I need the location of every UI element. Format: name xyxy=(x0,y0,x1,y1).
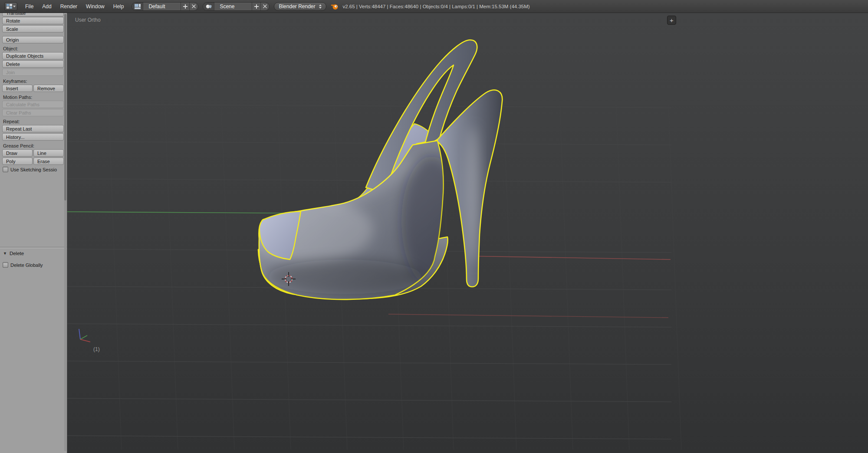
menu-file[interactable]: File xyxy=(22,2,37,11)
checkbox-box[interactable] xyxy=(3,167,8,172)
section-label-grease-pencil: Grease Pencil: xyxy=(3,143,64,148)
shoe-model[interactable] xyxy=(243,40,502,299)
scene-name[interactable]: Scene xyxy=(214,3,252,10)
clipped-row: Translate xyxy=(2,13,64,17)
tool-origin-button[interactable]: Origin xyxy=(2,36,64,43)
layout-name[interactable]: Default xyxy=(143,3,181,10)
editor-type-selector[interactable] xyxy=(4,2,17,11)
use-sketching-checkbox[interactable]: Use Sketching Sessio xyxy=(3,167,64,172)
collapse-triangle-icon: ▼ xyxy=(3,251,7,256)
tool-rotate-button[interactable]: Rotate xyxy=(2,17,64,24)
grease-erase-button[interactable]: Erase xyxy=(33,158,64,165)
menu-bar: File Add Render Window Help xyxy=(22,2,127,11)
viewport-3d[interactable]: User Ortho (1) + xyxy=(67,13,868,453)
menu-add[interactable]: Add xyxy=(39,2,55,11)
info-editor-icon xyxy=(7,4,12,9)
section-label-keyframes: Keyframes: xyxy=(3,79,64,84)
checkbox-label: Use Sketching Sessio xyxy=(10,167,57,172)
render-engine-value: Blender Render xyxy=(279,3,315,10)
grease-poly-button[interactable]: Poly xyxy=(2,158,33,165)
view-mode-label: User Ortho xyxy=(75,17,101,23)
blender-window: File Add Render Window Help Default Scen… xyxy=(0,0,868,453)
insert-keyframe-button[interactable]: Insert xyxy=(2,85,33,92)
info-header: File Add Render Window Help Default Scen… xyxy=(0,0,868,13)
shelf-scrollbar[interactable] xyxy=(64,14,66,451)
redo-panel-header[interactable]: ▼ Delete xyxy=(2,250,64,257)
shelf-scrollbar-thumb[interactable] xyxy=(64,14,66,200)
viewport-canvas[interactable] xyxy=(67,13,868,453)
menu-render[interactable]: Render xyxy=(57,2,81,11)
section-label-object: Object: xyxy=(3,46,64,51)
add-scene-button[interactable] xyxy=(252,3,260,10)
blender-logo-icon xyxy=(331,3,339,10)
x-axis-line xyxy=(467,256,671,259)
updown-arrows-icon xyxy=(319,4,322,9)
remove-keyframe-button[interactable]: Remove xyxy=(33,85,64,92)
history-button[interactable]: History... xyxy=(2,133,64,141)
tool-translate-button[interactable]: Translate xyxy=(2,13,64,16)
scene-statistics: v2.65 | Verts:48447 | Faces:48640 | Obje… xyxy=(343,4,530,9)
delete-globally-checkbox[interactable]: Delete Globally xyxy=(3,262,64,268)
menu-help[interactable]: Help xyxy=(110,2,128,11)
checkbox-label: Delete Globally xyxy=(10,263,43,268)
redo-panel-title: Delete xyxy=(10,251,24,256)
x-axis-line-2 xyxy=(388,314,668,318)
repeat-last-button[interactable]: Repeat Last xyxy=(2,125,64,132)
expand-region-tab[interactable]: + xyxy=(667,16,676,25)
grease-line-button[interactable]: Line xyxy=(33,149,64,157)
duplicate-objects-button[interactable]: Duplicate Objects xyxy=(2,52,64,59)
add-layout-button[interactable] xyxy=(181,3,189,10)
checkbox-box[interactable] xyxy=(3,262,8,268)
section-label-motion-paths: Motion Paths: xyxy=(3,95,64,100)
frame-label: (1) xyxy=(93,346,100,352)
axis-gizmo xyxy=(79,329,90,342)
clear-paths-button[interactable]: Clear Paths xyxy=(2,109,64,116)
tool-shelf: Translate Rotate Scale Origin Object: Du… xyxy=(0,13,67,453)
join-button[interactable]: Join xyxy=(2,69,64,76)
panel-divider xyxy=(0,247,67,248)
chevron-down-icon xyxy=(13,6,16,7)
tool-scale-button[interactable]: Scale xyxy=(2,25,64,33)
scene-selector[interactable]: Scene xyxy=(203,2,270,11)
screen-layout-icon xyxy=(132,3,143,10)
menu-window[interactable]: Window xyxy=(82,2,108,11)
unlink-layout-button[interactable] xyxy=(189,3,198,10)
scene-icon xyxy=(203,3,214,10)
calculate-paths-button[interactable]: Calculate Paths xyxy=(2,101,64,108)
grease-draw-button[interactable]: Draw xyxy=(2,149,33,157)
delete-button[interactable]: Delete xyxy=(2,60,64,68)
unlink-scene-button[interactable] xyxy=(260,3,269,10)
render-engine-select[interactable]: Blender Render xyxy=(274,2,326,11)
screen-layout-selector[interactable]: Default xyxy=(132,2,198,11)
section-label-repeat: Repeat: xyxy=(3,119,64,124)
